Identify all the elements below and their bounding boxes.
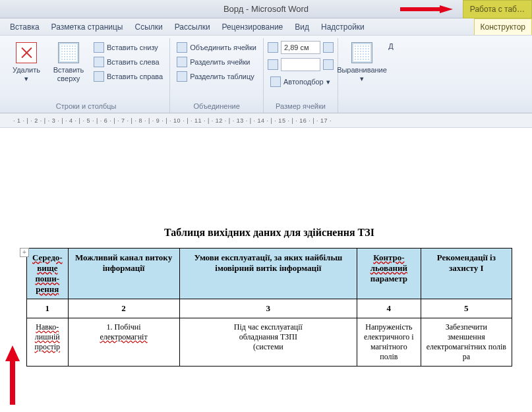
table-cell[interactable]: 5 [421, 299, 512, 318]
table-cell[interactable]: Забезпечити зменшення електромагнітних п… [421, 318, 512, 367]
table-cell[interactable]: 4 [357, 299, 421, 318]
dropdown-icon: ▾ [326, 78, 330, 86]
insert-right-icon [94, 71, 104, 82]
table-move-handle[interactable]: + [20, 248, 29, 257]
table-cell[interactable]: 1 [27, 299, 69, 318]
table-header-2[interactable]: Можливий канал витоку інформації [68, 249, 179, 299]
table-header-1[interactable]: Середо- вище поши- рення [27, 249, 69, 299]
document-area[interactable]: Таблиця вихідних даних для здійснення ТЗ… [0, 128, 532, 367]
row-height-input[interactable] [281, 41, 320, 54]
insert-above-label: Вставить сверху [50, 66, 87, 83]
tab-table-design[interactable]: Конструктор [474, 18, 532, 35]
split-table-label: Разделить таблицу [190, 73, 254, 80]
annotation-arrow-left [4, 345, 21, 405]
table-cell[interactable]: 2 [68, 299, 179, 318]
delete-icon [16, 42, 37, 63]
insert-below-icon [94, 42, 104, 53]
tab-mailings[interactable]: Рассылки [169, 19, 216, 35]
distribute-rows-icon[interactable] [323, 42, 334, 53]
merge-cells-icon [177, 42, 187, 53]
merge-cells-button[interactable]: Объединить ячейки [174, 41, 259, 54]
merge-cells-label: Объединить ячейки [190, 44, 256, 51]
titlebar: Ворд - Microsoft Word Работа с таб… [0, 0, 532, 18]
text-direction-button[interactable]: Д [384, 40, 398, 53]
tab-insert[interactable]: Вставка [4, 19, 45, 35]
split-cells-button[interactable]: Разделить ячейки [174, 55, 259, 69]
annotation-arrow-top [400, 5, 453, 13]
svg-marker-1 [440, 5, 453, 13]
tab-review[interactable]: Рецензирование [216, 19, 289, 35]
tab-page-layout[interactable]: Разметка страницы [45, 19, 129, 35]
delete-label: Удалить [13, 66, 40, 74]
group-cell-size-label: Размер ячейки [268, 101, 334, 113]
autofit-icon [270, 76, 281, 87]
autofit-button[interactable]: Автоподбор ▾ [268, 75, 334, 88]
ribbon: Удалить ▾ Вставить сверху Вставить снизу… [0, 36, 532, 113]
alignment-button[interactable]: Выравнивание ▾ [342, 40, 382, 86]
alignment-label: Выравнивание [337, 66, 387, 74]
insert-below-button[interactable]: Вставить снизу [91, 41, 165, 54]
split-cells-icon [177, 57, 187, 67]
document-title: Таблиця вихідних даних для здійснення ТЗ… [26, 227, 512, 239]
horizontal-ruler[interactable]: · 1 · | · 2 · | · 3 · | · 4 · | · 5 · | … [0, 113, 532, 128]
table-header-4[interactable]: Контро- льований параметр [357, 249, 421, 299]
ruler-marks: · 1 · | · 2 · | · 3 · | · 4 · | · 5 · | … [0, 113, 532, 127]
group-rows-columns: Удалить ▾ Вставить сверху Вставить снизу… [3, 38, 170, 113]
group-cell-size: Автоподбор ▾ Размер ячейки [264, 38, 338, 113]
group-rows-columns-label: Строки и столбцы [7, 101, 165, 113]
col-width-input[interactable] [281, 58, 320, 71]
split-table-button[interactable]: Разделить таблицу [174, 70, 259, 83]
insert-above-button[interactable]: Вставить сверху [49, 40, 88, 86]
col-width-icon [268, 59, 278, 70]
alignment-icon [351, 42, 372, 63]
table-header-5[interactable]: Рекомендації із захисту І [421, 249, 512, 299]
dropdown-icon: ▾ [24, 74, 28, 83]
insert-above-icon [58, 42, 79, 63]
tab-addins[interactable]: Надстройки [315, 19, 370, 35]
insert-below-label: Вставить снизу [107, 44, 158, 51]
svg-marker-3 [5, 345, 20, 361]
table-header-3[interactable]: Умови експлуатації, за яких найбільш імо… [179, 249, 357, 299]
table-header-row: Середо- вище поши- рення Можливий канал … [27, 249, 512, 299]
table-cell[interactable]: Напруженість електричного і магнітного п… [357, 318, 421, 367]
text-direction-label: Д [388, 42, 393, 51]
table-number-row: 1 2 3 4 5 [27, 299, 512, 318]
split-cells-label: Разделить ячейки [190, 58, 250, 66]
tab-view[interactable]: Вид [289, 19, 315, 35]
group-alignment: Выравнивание ▾ Д [338, 38, 401, 113]
context-tab-table-tools[interactable]: Работа с таб… [463, 0, 532, 18]
table-cell[interactable]: 1. Побічні електромагніт [68, 318, 179, 367]
tab-references[interactable]: Ссылки [129, 19, 168, 35]
insert-left-icon [94, 57, 104, 67]
group-merge: Объединить ячейки Разделить ячейки Разде… [170, 38, 264, 113]
table-data-row: Навко- лишній простір 1. Побічні електро… [27, 318, 512, 367]
table-cell[interactable]: Під час експлуатації обладнання ТЗПІ (си… [179, 318, 357, 367]
distribute-cols-icon[interactable] [323, 59, 334, 70]
app-title: Ворд - Microsoft Word [223, 4, 309, 14]
delete-button[interactable]: Удалить ▾ [7, 40, 46, 86]
insert-left-button[interactable]: Вставить слева [91, 55, 165, 69]
group-alignment-label [342, 109, 398, 113]
insert-right-button[interactable]: Вставить справа [91, 70, 165, 83]
split-table-icon [177, 71, 187, 82]
group-merge-label: Объединение [174, 101, 259, 113]
table-cell[interactable]: 3 [179, 299, 357, 318]
insert-right-label: Вставить справа [107, 73, 163, 80]
insert-left-label: Вставить слева [107, 58, 160, 66]
dropdown-icon: ▾ [360, 74, 364, 83]
ribbon-tabs: Вставка Разметка страницы Ссылки Рассылк… [0, 18, 532, 36]
document-table[interactable]: Середо- вище поши- рення Можливий канал … [26, 248, 512, 367]
autofit-label: Автоподбор [283, 78, 324, 86]
table-cell[interactable]: Навко- лишній простір [27, 318, 69, 367]
row-height-icon [268, 42, 278, 53]
